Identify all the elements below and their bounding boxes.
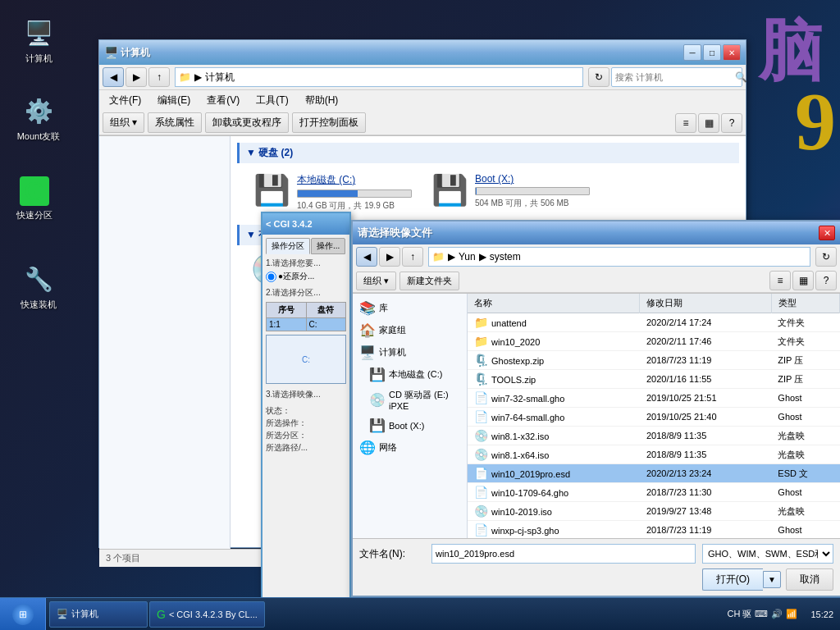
minimize-button[interactable]: ─ bbox=[683, 44, 701, 61]
cgi-partition-row[interactable]: 1:1 C: bbox=[267, 318, 346, 331]
filepicker-close-button[interactable]: ✕ bbox=[819, 226, 835, 240]
fp-nav-computer[interactable]: 🖥️ 计算机 bbox=[353, 341, 467, 363]
start-button[interactable]: ⊞ bbox=[0, 598, 46, 631]
fp-nav-homegroup-label: 家庭组 bbox=[379, 324, 406, 336]
file-name-cell: 📄winxp-cj-sp3.gho bbox=[468, 521, 640, 540]
fp-nav-e[interactable]: 💿 CD 驱动器 (E:) iPXE bbox=[353, 386, 467, 414]
taskbar-computer[interactable]: 🖥️ 计算机 bbox=[49, 601, 148, 628]
fp-help-button[interactable]: ? bbox=[815, 271, 837, 290]
filepicker-organize-button[interactable]: 组织 ▾ bbox=[356, 272, 396, 290]
menu-help[interactable]: 帮助(H) bbox=[300, 92, 344, 109]
menu-tools[interactable]: 工具(T) bbox=[251, 92, 293, 109]
file-row[interactable]: 💿win8.1-x64.iso 2018/8/9 11:35 光盘映 bbox=[468, 445, 840, 464]
filepicker-back-button[interactable]: ◀ bbox=[356, 247, 377, 267]
up-button[interactable]: ↑ bbox=[148, 67, 170, 87]
window-controls: ─ □ ✕ bbox=[683, 44, 741, 61]
file-row[interactable]: 🗜️TOOLS.zip 2020/1/16 11:55 ZIP 压 bbox=[468, 370, 840, 389]
file-row[interactable]: 📁win10_2020 2020/2/11 17:46 文件夹 bbox=[468, 332, 840, 351]
refresh-button[interactable]: ↻ bbox=[588, 67, 609, 87]
control-panel-button[interactable]: 打开控制面板 bbox=[292, 112, 366, 133]
file-row[interactable]: 📄win10_2019pro.esd 2020/2/13 23:24 ESD 文 bbox=[468, 464, 840, 483]
file-name-cell: 📁win10_2020 bbox=[468, 332, 640, 351]
cgi-radio[interactable]: ●还原分... bbox=[266, 271, 346, 282]
install-icon: 🔧 bbox=[22, 262, 55, 295]
explorer-titlebar: 🖥️ 计算机 ─ □ ✕ bbox=[99, 40, 746, 65]
filepicker-address-bar[interactable]: 📁 ▶ Yun ▶ system bbox=[428, 247, 810, 267]
restore-button[interactable]: □ bbox=[703, 44, 721, 61]
desktop-icon-settings[interactable]: ⚙️ Mount友联 bbox=[12, 94, 65, 143]
organize-button[interactable]: 组织 ▾ bbox=[103, 112, 144, 133]
menu-edit[interactable]: 编辑(E) bbox=[153, 92, 195, 109]
buttons-row: 打开(O) ▼ 取消 bbox=[359, 568, 833, 591]
col-date[interactable]: 修改日期 bbox=[640, 294, 771, 313]
file-row[interactable]: 📄win7-64-small.gho 2019/10/25 21:40 Ghos… bbox=[468, 408, 840, 427]
hard-disk-header[interactable]: ▼ 硬盘 (2) bbox=[237, 143, 739, 163]
explorer-sidebar bbox=[99, 136, 231, 549]
file-date-cell: 2019/10/25 21:40 bbox=[640, 408, 771, 427]
search-input[interactable] bbox=[612, 72, 732, 82]
filename-input[interactable] bbox=[431, 544, 696, 564]
taskbar-computer-icon: 🖥️ bbox=[57, 609, 68, 619]
disk-x-item[interactable]: 💾 Boot (X:) 504 MB 可用，共 506 MB bbox=[428, 170, 593, 215]
open-button-group: 打开(O) ▼ bbox=[702, 568, 781, 591]
file-row[interactable]: 📄win7-32-small.gho 2019/10/25 21:51 Ghos… bbox=[468, 389, 840, 408]
col-type[interactable]: 类型 bbox=[771, 294, 839, 313]
fp-nav-library[interactable]: 📚 库 bbox=[353, 297, 467, 319]
cancel-button[interactable]: 取消 bbox=[786, 568, 833, 591]
disk-c-item[interactable]: 💾 本地磁盘 (C:) 10.4 GB 可用，共 19.9 GB bbox=[250, 170, 415, 215]
address-input[interactable] bbox=[205, 71, 579, 83]
view-tile-button[interactable]: ▦ bbox=[698, 113, 719, 133]
cgi-col-drive: 盘符 bbox=[306, 303, 346, 318]
file-row[interactable]: 📄win10-1709-64.gho 2018/7/23 11:30 Ghost bbox=[468, 483, 840, 502]
filepicker-new-folder-button[interactable]: 新建文件夹 bbox=[399, 272, 459, 290]
file-icon: 💿 bbox=[474, 448, 488, 461]
fp-view-tile-button[interactable]: ▦ bbox=[792, 271, 814, 290]
filepicker-refresh-button[interactable]: ↻ bbox=[815, 247, 837, 267]
file-row[interactable]: 📁unattend 2020/2/14 17:24 文件夹 bbox=[468, 313, 840, 332]
filetype-select[interactable]: GHO、WIM、SWM、ESD和!▾ bbox=[702, 544, 833, 564]
cgi-radio-input[interactable] bbox=[266, 272, 276, 282]
fp-nav-x[interactable]: 💾 Boot (X:) bbox=[353, 414, 467, 436]
view-list-button[interactable]: ≡ bbox=[675, 113, 696, 133]
cgi-tab-2[interactable]: 操作... bbox=[311, 238, 345, 254]
address-bar[interactable]: 📁 ▶ bbox=[175, 67, 583, 87]
forward-button[interactable]: ▶ bbox=[126, 67, 147, 87]
open-button[interactable]: 打开(O) bbox=[702, 568, 763, 591]
file-row[interactable]: 📄winxp-cj-sp3.gho 2018/7/23 11:19 Ghost bbox=[468, 521, 840, 540]
menu-view[interactable]: 查看(V) bbox=[202, 92, 244, 109]
system-props-button[interactable]: 系统属性 bbox=[148, 112, 202, 133]
desktop-icon-partition[interactable]: G 快速分区 bbox=[8, 176, 61, 221]
filepicker-forward-button[interactable]: ▶ bbox=[379, 247, 400, 267]
open-dropdown-button[interactable]: ▼ bbox=[763, 571, 781, 588]
desktop-icon-computer[interactable]: 🖥️ 计算机 bbox=[12, 16, 65, 65]
deco-text-9: 9 bbox=[795, 74, 836, 168]
clock-time: 15:22 bbox=[810, 609, 833, 619]
taskbar-clock[interactable]: 15:22 bbox=[804, 609, 840, 619]
cgi-tab-1[interactable]: 操作分区 bbox=[266, 238, 310, 254]
boot-nav-icon: 💾 bbox=[369, 418, 386, 433]
fp-nav-network[interactable]: 🌐 网络 bbox=[353, 436, 467, 459]
file-row[interactable]: 💿win10-2019.iso 2019/9/27 13:48 光盘映 bbox=[468, 502, 840, 521]
help-icon-button[interactable]: ? bbox=[721, 113, 742, 133]
desktop-icon-install[interactable]: 🔧 快速装机 bbox=[12, 262, 65, 311]
menu-file[interactable]: 文件(F) bbox=[104, 92, 146, 109]
uninstall-button[interactable]: 卸载或更改程序 bbox=[205, 112, 289, 133]
fp-addr-sep1: ▶ bbox=[448, 251, 455, 262]
disk-x-name: Boot (X:) bbox=[475, 173, 590, 185]
file-row[interactable]: 🗜️Ghostexp.zip 2018/7/23 11:19 ZIP 压 bbox=[468, 351, 840, 370]
fp-nav-homegroup[interactable]: 🏠 家庭组 bbox=[353, 319, 467, 341]
close-button[interactable]: ✕ bbox=[723, 44, 741, 61]
search-icon: 🔍 bbox=[732, 71, 751, 83]
fp-nav-c[interactable]: 💾 本地磁盘 (C:) bbox=[353, 363, 467, 386]
col-name[interactable]: 名称 bbox=[468, 294, 640, 313]
disk-c-nav-icon: 💾 bbox=[369, 367, 386, 382]
filepicker-up-button[interactable]: ↑ bbox=[402, 247, 423, 267]
search-bar[interactable]: 🔍 bbox=[611, 67, 742, 87]
tray-icon-keyboard: ⌨ bbox=[755, 609, 768, 619]
back-button[interactable]: ◀ bbox=[103, 67, 124, 87]
fp-view-list-button[interactable]: ≡ bbox=[769, 271, 791, 290]
taskbar-items: 🖥️ 计算机 G < CGI 3.4.2.3 By CL... bbox=[46, 598, 721, 630]
taskbar-cgi[interactable]: G < CGI 3.4.2.3 By CL... bbox=[149, 601, 265, 628]
filename-row: 文件名(N): GHO、WIM、SWM、ESD和!▾ bbox=[359, 544, 833, 564]
file-row[interactable]: 💿win8.1-x32.iso 2018/8/9 11:35 光盘映 bbox=[468, 427, 840, 445]
